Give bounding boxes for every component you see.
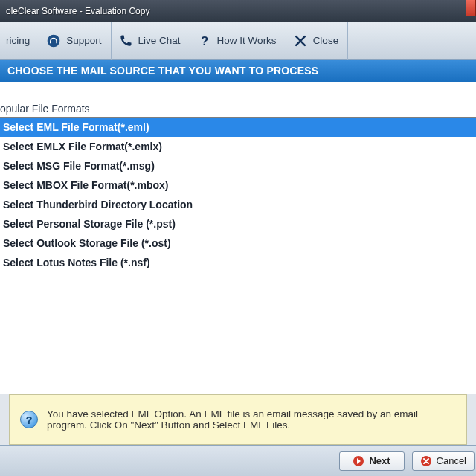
file-format-item[interactable]: Select Personal Storage File (*.pst): [0, 214, 476, 234]
question-icon: ?: [196, 33, 213, 49]
file-format-item[interactable]: Select EML File Format(*.eml): [0, 118, 476, 137]
livechat-button[interactable]: Live Chat: [112, 22, 190, 60]
pricing-label: ricing: [6, 35, 30, 46]
file-format-item[interactable]: Select MSG File Format(*.msg): [0, 156, 476, 176]
headset-icon: [45, 33, 62, 49]
support-label: Support: [66, 35, 101, 46]
file-format-item[interactable]: Select EMLX File Format(*.emlx): [0, 137, 476, 156]
file-format-item[interactable]: Select MBOX File Format(*.mbox): [0, 176, 476, 195]
title-bar: oleClear Software - Evaluation Copy: [0, 0, 476, 22]
toolbar: ricing Support Live Chat ? How It Works …: [0, 22, 476, 60]
next-label: Next: [369, 455, 390, 466]
section-label: opular File Formats: [0, 103, 476, 117]
svg-point-0: [48, 34, 60, 47]
phone-icon: [118, 33, 134, 49]
file-format-item[interactable]: Select Thunderbird Directory Location: [0, 195, 476, 214]
arrow-right-icon: [353, 455, 364, 467]
close-button[interactable]: Close: [286, 22, 349, 60]
header-band: CHOOSE THE MAIL SOURCE THAT YOU WANT TO …: [0, 60, 476, 82]
close-label: Close: [313, 35, 339, 46]
bottom-bar: Next Cancel: [0, 445, 476, 476]
next-button[interactable]: Next: [339, 451, 405, 471]
support-button[interactable]: Support: [39, 22, 111, 60]
info-text: You have selected EML Option. An EML fil…: [47, 408, 456, 431]
main-panel: opular File Formats Select EML File Form…: [0, 82, 476, 394]
window-close-button[interactable]: [466, 0, 476, 16]
file-format-item[interactable]: Select Outlook Storage File (*.ost): [0, 234, 476, 253]
window-title: oleClear Software - Evaluation Copy: [6, 6, 149, 16]
info-icon: ?: [20, 411, 38, 428]
header-text: CHOOSE THE MAIL SOURCE THAT YOU WANT TO …: [7, 65, 318, 77]
howitworks-button[interactable]: ? How It Works: [190, 22, 286, 60]
close-icon: [292, 33, 309, 49]
howitworks-label: How It Works: [217, 35, 277, 46]
pricing-button[interactable]: ricing: [0, 22, 39, 60]
file-format-item[interactable]: Select Lotus Notes File (*.nsf): [0, 253, 476, 272]
cancel-label: Cancel: [437, 455, 466, 466]
cancel-icon: [420, 455, 432, 467]
svg-text:?: ?: [201, 33, 208, 48]
file-format-list: Select EML File Format(*.eml)Select EMLX…: [0, 117, 476, 272]
cancel-button[interactable]: Cancel: [412, 451, 475, 471]
info-panel: ? You have selected EML Option. An EML f…: [9, 394, 467, 445]
livechat-label: Live Chat: [138, 35, 181, 46]
